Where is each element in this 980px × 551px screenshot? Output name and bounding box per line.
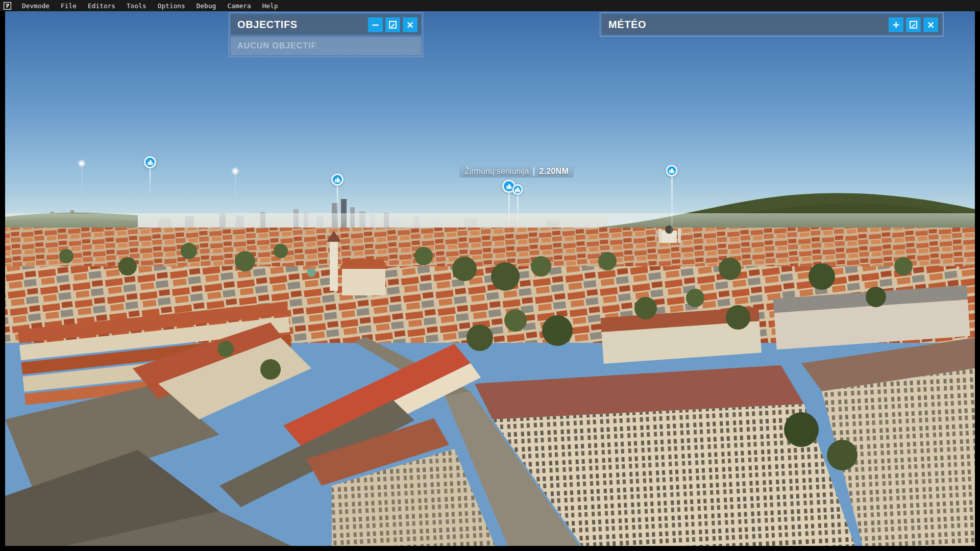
weather-panel-buttons: + × [889,17,938,32]
poi-leader-line [517,195,518,232]
poi-marker[interactable] [512,184,523,195]
objectives-minimize-button[interactable]: − [368,17,383,32]
add-icon: + [892,20,900,30]
simulator-viewport[interactable] [5,11,975,546]
city-poi-icon [331,173,344,186]
menu-item-options[interactable]: Options [152,1,191,11]
poi-leader-line [81,166,82,199]
menu-item-debug[interactable]: Debug [191,1,222,11]
popout-icon [389,21,397,29]
popout-icon [910,21,917,29]
objectives-panel-header[interactable]: OBJECTIFS − × [231,14,421,35]
objectives-empty-row: AUCUN OBJECTIF [231,37,421,55]
minimize-icon: − [372,20,380,30]
poi-leader-line [235,173,236,203]
menu-item-help[interactable]: Help [257,1,284,11]
menu-item-tools[interactable]: Tools [121,1,152,11]
poi-dot-marker[interactable] [80,161,84,166]
poi-marker[interactable] [331,173,344,186]
objectives-empty-label: AUCUN OBJECTIF [231,41,316,51]
menu-item-camera[interactable]: Camera [222,1,256,11]
objectives-panel-title: OBJECTIFS [231,19,368,31]
weather-add-button[interactable]: + [889,17,903,32]
poi-leader-line [671,177,672,248]
close-icon: × [927,20,935,30]
poi-leader-line [508,193,509,233]
poi-marker[interactable] [666,165,678,177]
objectives-popout-button[interactable] [385,17,400,32]
devmode-menubar: DevmodeFileEditorsToolsOptionsDebugCamer… [0,0,980,11]
menu-item-editors[interactable]: Editors [82,1,121,11]
city-poi-icon [144,156,156,168]
weather-popout-button[interactable] [906,17,921,32]
weather-panel-title: MÉTÉO [602,19,889,31]
devmode-logo-icon [4,2,11,10]
poi-dot-marker[interactable] [233,169,238,173]
city-poi-icon [666,165,678,177]
scene-cityscape [5,11,975,546]
city-poi-icon [512,184,523,195]
weather-close-button[interactable]: × [923,17,938,32]
objectives-panel-buttons: − × [368,17,418,32]
objectives-panel: OBJECTIFS − × AUCUN OBJECTIF [229,12,423,57]
menu-item-devmode[interactable]: Devmode [16,1,55,11]
poi-marker[interactable] [144,156,156,168]
menu-items: DevmodeFileEditorsToolsOptionsDebugCamer… [16,1,284,11]
menu-item-file[interactable]: File [55,1,82,11]
poi-leader-line [150,168,151,196]
poi-dot-icon [80,161,84,166]
weather-panel-header[interactable]: MÉTÉO + × [602,14,942,35]
poi-leader-line [337,186,338,227]
weather-panel: MÉTÉO + × [600,12,944,37]
poi-dot-icon [233,169,238,173]
close-icon: × [406,20,414,30]
objectives-close-button[interactable]: × [403,17,418,32]
